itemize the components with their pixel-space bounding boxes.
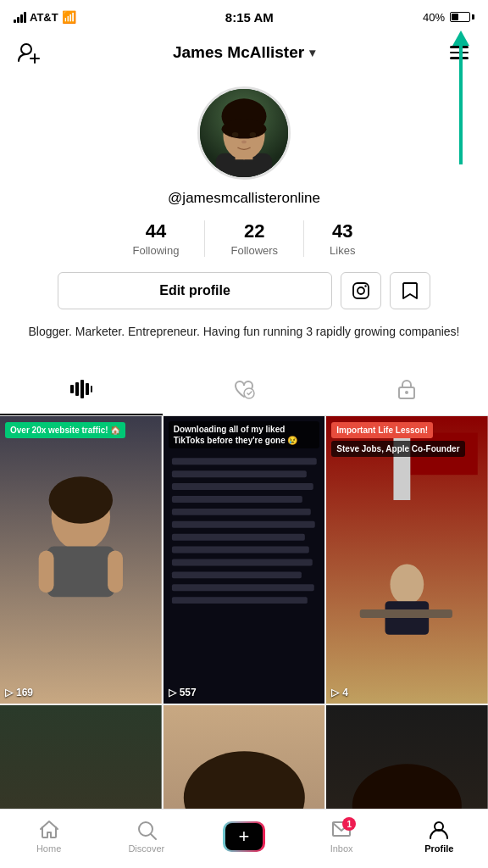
svg-rect-20 <box>91 386 92 392</box>
following-count: 44 <box>146 220 166 242</box>
time-label: 8:15 AM <box>225 10 274 25</box>
followers-stat[interactable]: 22 Followers <box>205 220 304 257</box>
private-tab-icon <box>397 378 416 405</box>
likes-label: Likes <box>330 244 355 257</box>
tab-videos[interactable] <box>0 368 163 415</box>
video-thumb-1[interactable]: Over 20x website traffic! 🏠 ▷ 169 <box>0 416 162 704</box>
chevron-down-icon: ▾ <box>309 46 315 59</box>
username-text: James McAllister <box>173 43 304 62</box>
svg-rect-18 <box>80 380 84 398</box>
instagram-link-button[interactable] <box>341 272 381 309</box>
profile-section: @jamesmcallisteronline 44 Following 22 F… <box>0 78 488 354</box>
nav-inbox-label: Inbox <box>330 843 353 854</box>
video-tag-2: Downloading all of my liked TikToks befo… <box>169 421 320 448</box>
bio-text: Blogger. Marketer. Entrepreneur. Having … <box>20 323 469 341</box>
video-thumb-2[interactable]: Downloading all of my liked TikToks befo… <box>164 416 325 704</box>
edit-profile-button[interactable]: Edit profile <box>58 272 332 309</box>
svg-rect-19 <box>86 383 89 395</box>
nav-inbox[interactable]: 1 Inbox <box>316 819 367 854</box>
stats-row: 44 Following 22 Followers 43 Likes <box>17 220 471 257</box>
likes-count: 43 <box>332 220 352 242</box>
following-stat[interactable]: 44 Following <box>108 220 206 257</box>
likes-stat[interactable]: 43 Likes <box>304 220 380 257</box>
videos-tab-icon <box>70 380 92 403</box>
video-plays-1: ▷ 169 <box>5 687 157 698</box>
bookmark-button[interactable] <box>390 272 430 309</box>
battery-icon <box>450 12 474 22</box>
liked-tab-icon <box>233 379 255 404</box>
svg-point-0 <box>21 44 31 54</box>
status-right: 40% <box>423 11 474 24</box>
following-label: Following <box>133 244 180 257</box>
video-tag-3a: Important Life Lesson! <box>331 422 433 438</box>
followers-label: Followers <box>230 244 278 257</box>
video-plays-2: ▷ 557 <box>169 687 320 698</box>
signal-icon <box>14 11 26 23</box>
username-title[interactable]: James McAllister ▾ <box>173 43 315 62</box>
svg-rect-16 <box>70 385 74 393</box>
action-row: Edit profile <box>58 272 430 309</box>
user-handle: @jamesmcallisteronline <box>168 190 320 207</box>
svg-point-12 <box>241 141 247 144</box>
nav-home-label: Home <box>36 843 61 854</box>
tab-private[interactable] <box>325 368 488 415</box>
nav-create[interactable]: + <box>219 821 269 852</box>
video-grid: Over 20x website traffic! 🏠 ▷ 169 <box>0 416 488 868</box>
status-bar: AT&T 📶 8:15 AM 40% <box>0 0 488 31</box>
svg-point-11 <box>250 132 257 137</box>
nav-profile[interactable]: Profile <box>413 819 464 854</box>
arrow-indicator <box>452 31 469 164</box>
video-thumb-3[interactable]: Important Life Lesson! Steve Jobs, Apple… <box>326 416 488 704</box>
svg-point-14 <box>358 287 364 294</box>
nav-discover[interactable]: Discover <box>121 819 172 854</box>
svg-point-23 <box>405 391 408 394</box>
nav-profile-label: Profile <box>424 843 453 854</box>
nav-discover-label: Discover <box>128 843 164 854</box>
svg-point-15 <box>364 285 366 287</box>
avatar <box>197 86 291 180</box>
svg-line-64 <box>151 834 156 839</box>
create-button[interactable]: + <box>223 821 265 852</box>
carrier-label: AT&T <box>30 11 58 24</box>
video-plays-3: ▷ 4 <box>331 687 483 698</box>
followers-count: 22 <box>244 220 264 242</box>
svg-point-9 <box>222 120 267 139</box>
video-tag-3b: Steve Jobs, Apple Co-Founder <box>331 441 464 457</box>
svg-point-10 <box>232 132 239 137</box>
tab-liked[interactable] <box>163 368 325 415</box>
arrow-shaft <box>459 46 463 164</box>
header: James McAllister ▾ <box>0 31 488 78</box>
battery-percent: 40% <box>423 11 445 24</box>
video-tag-1: Over 20x website traffic! 🏠 <box>5 422 125 438</box>
bottom-nav: Home Discover + 1 Inbox <box>0 809 488 868</box>
svg-rect-17 <box>75 382 79 396</box>
inbox-badge: 1 <box>342 817 356 831</box>
add-user-button[interactable] <box>14 37 44 68</box>
arrow-head <box>452 31 469 46</box>
nav-home[interactable]: Home <box>24 819 75 854</box>
wifi-icon: 📶 <box>62 10 76 24</box>
content-tabs <box>0 368 488 416</box>
status-left: AT&T 📶 <box>14 10 76 24</box>
